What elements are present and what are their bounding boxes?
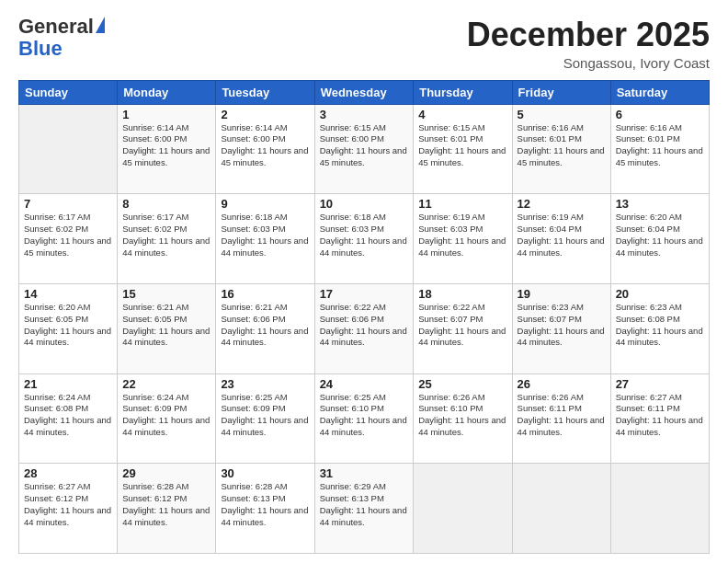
day-number: 16 (221, 287, 309, 301)
day-info: Sunrise: 6:28 AMSunset: 6:12 PMDaylight:… (122, 481, 210, 528)
day-number: 10 (320, 197, 409, 211)
calendar-week-row: 14Sunrise: 6:20 AMSunset: 6:05 PMDayligh… (19, 283, 710, 373)
weekday-header: Saturday (610, 80, 709, 104)
month-title: December 2025 (467, 17, 710, 53)
day-info: Sunrise: 6:22 AMSunset: 6:06 PMDaylight:… (320, 302, 409, 349)
weekday-header: Tuesday (216, 80, 314, 104)
day-number: 15 (122, 287, 210, 301)
calendar-cell: 19Sunrise: 6:23 AMSunset: 6:07 PMDayligh… (512, 283, 610, 373)
day-number: 9 (221, 197, 309, 211)
day-info: Sunrise: 6:17 AMSunset: 6:02 PMDaylight:… (122, 212, 210, 259)
day-number: 14 (24, 287, 112, 301)
day-number: 27 (616, 377, 704, 391)
calendar-cell: 30Sunrise: 6:28 AMSunset: 6:13 PMDayligh… (216, 464, 314, 554)
day-number: 17 (320, 287, 409, 301)
day-number: 28 (24, 466, 112, 480)
weekday-header: Friday (512, 80, 610, 104)
calendar-cell: 7Sunrise: 6:17 AMSunset: 6:02 PMDaylight… (19, 194, 118, 284)
calendar-cell: 3Sunrise: 6:15 AMSunset: 6:00 PMDaylight… (314, 104, 414, 194)
calendar-cell: 25Sunrise: 6:26 AMSunset: 6:10 PMDayligh… (414, 373, 512, 464)
calendar-cell (19, 104, 118, 194)
calendar-cell: 20Sunrise: 6:23 AMSunset: 6:08 PMDayligh… (610, 283, 709, 373)
calendar-cell: 1Sunrise: 6:14 AMSunset: 6:00 PMDaylight… (118, 104, 216, 194)
day-info: Sunrise: 6:27 AMSunset: 6:11 PMDaylight:… (616, 392, 704, 439)
day-info: Sunrise: 6:26 AMSunset: 6:11 PMDaylight:… (518, 392, 606, 439)
day-info: Sunrise: 6:29 AMSunset: 6:13 PMDaylight:… (320, 481, 409, 528)
header: General Blue December 2025 Songassou, Iv… (18, 17, 710, 71)
day-info: Sunrise: 6:24 AMSunset: 6:08 PMDaylight:… (24, 392, 112, 439)
day-number: 20 (616, 287, 704, 301)
day-number: 31 (320, 466, 409, 480)
day-info: Sunrise: 6:28 AMSunset: 6:13 PMDaylight:… (221, 481, 309, 528)
day-info: Sunrise: 6:17 AMSunset: 6:02 PMDaylight:… (24, 212, 112, 259)
logo-general: General (18, 17, 94, 37)
calendar-cell: 14Sunrise: 6:20 AMSunset: 6:05 PMDayligh… (19, 283, 118, 373)
calendar-cell: 29Sunrise: 6:28 AMSunset: 6:12 PMDayligh… (118, 464, 216, 554)
day-info: Sunrise: 6:27 AMSunset: 6:12 PMDaylight:… (24, 481, 112, 528)
calendar-cell: 16Sunrise: 6:21 AMSunset: 6:06 PMDayligh… (216, 283, 314, 373)
day-info: Sunrise: 6:25 AMSunset: 6:10 PMDaylight:… (320, 392, 409, 439)
day-info: Sunrise: 6:23 AMSunset: 6:07 PMDaylight:… (518, 302, 606, 349)
day-info: Sunrise: 6:26 AMSunset: 6:10 PMDaylight:… (418, 392, 506, 439)
calendar-cell: 22Sunrise: 6:24 AMSunset: 6:09 PMDayligh… (118, 373, 216, 464)
day-info: Sunrise: 6:19 AMSunset: 6:04 PMDaylight:… (518, 212, 606, 259)
day-info: Sunrise: 6:16 AMSunset: 6:01 PMDaylight:… (616, 122, 704, 169)
day-number: 29 (122, 466, 210, 480)
weekday-header: Thursday (414, 80, 512, 104)
logo: General Blue (18, 17, 105, 61)
page: General Blue December 2025 Songassou, Iv… (0, 0, 728, 563)
day-number: 11 (418, 197, 506, 211)
day-info: Sunrise: 6:18 AMSunset: 6:03 PMDaylight:… (221, 212, 309, 259)
day-number: 26 (518, 377, 606, 391)
calendar-cell: 24Sunrise: 6:25 AMSunset: 6:10 PMDayligh… (314, 373, 414, 464)
day-info: Sunrise: 6:14 AMSunset: 6:00 PMDaylight:… (221, 122, 309, 169)
day-info: Sunrise: 6:14 AMSunset: 6:00 PMDaylight:… (122, 122, 210, 169)
day-number: 2 (221, 108, 309, 121)
calendar-cell: 8Sunrise: 6:17 AMSunset: 6:02 PMDaylight… (118, 194, 216, 284)
day-info: Sunrise: 6:25 AMSunset: 6:09 PMDaylight:… (221, 392, 309, 439)
calendar-cell: 27Sunrise: 6:27 AMSunset: 6:11 PMDayligh… (610, 373, 709, 464)
day-number: 30 (221, 466, 309, 480)
day-number: 22 (122, 377, 210, 391)
calendar-cell: 12Sunrise: 6:19 AMSunset: 6:04 PMDayligh… (512, 194, 610, 284)
day-number: 25 (418, 377, 506, 391)
weekday-header: Sunday (19, 80, 118, 104)
day-info: Sunrise: 6:18 AMSunset: 6:03 PMDaylight:… (320, 212, 409, 259)
calendar-cell: 17Sunrise: 6:22 AMSunset: 6:06 PMDayligh… (314, 283, 414, 373)
day-number: 12 (518, 197, 606, 211)
day-info: Sunrise: 6:21 AMSunset: 6:05 PMDaylight:… (122, 302, 210, 349)
calendar-cell (610, 464, 709, 554)
calendar-week-row: 1Sunrise: 6:14 AMSunset: 6:00 PMDaylight… (19, 104, 710, 194)
day-info: Sunrise: 6:19 AMSunset: 6:03 PMDaylight:… (418, 212, 506, 259)
day-number: 21 (24, 377, 112, 391)
calendar-cell: 18Sunrise: 6:22 AMSunset: 6:07 PMDayligh… (414, 283, 512, 373)
calendar-week-row: 21Sunrise: 6:24 AMSunset: 6:08 PMDayligh… (19, 373, 710, 464)
calendar-cell: 6Sunrise: 6:16 AMSunset: 6:01 PMDaylight… (610, 104, 709, 194)
day-number: 24 (320, 377, 409, 391)
calendar-cell: 10Sunrise: 6:18 AMSunset: 6:03 PMDayligh… (314, 194, 414, 284)
calendar-cell: 5Sunrise: 6:16 AMSunset: 6:01 PMDaylight… (512, 104, 610, 194)
day-info: Sunrise: 6:20 AMSunset: 6:05 PMDaylight:… (24, 302, 112, 349)
day-info: Sunrise: 6:15 AMSunset: 6:01 PMDaylight:… (418, 122, 506, 169)
calendar-cell (512, 464, 610, 554)
location: Songassou, Ivory Coast (467, 55, 710, 71)
calendar-cell: 26Sunrise: 6:26 AMSunset: 6:11 PMDayligh… (512, 373, 610, 464)
day-info: Sunrise: 6:20 AMSunset: 6:04 PMDaylight:… (616, 212, 704, 259)
day-number: 6 (616, 108, 704, 121)
calendar-cell: 4Sunrise: 6:15 AMSunset: 6:01 PMDaylight… (414, 104, 512, 194)
weekday-header: Monday (118, 80, 216, 104)
calendar-cell (414, 464, 512, 554)
day-number: 5 (518, 108, 606, 121)
calendar-cell: 11Sunrise: 6:19 AMSunset: 6:03 PMDayligh… (414, 194, 512, 284)
calendar: SundayMondayTuesdayWednesdayThursdayFrid… (18, 80, 710, 554)
calendar-header-row: SundayMondayTuesdayWednesdayThursdayFrid… (19, 80, 710, 104)
day-number: 7 (24, 197, 112, 211)
calendar-cell: 15Sunrise: 6:21 AMSunset: 6:05 PMDayligh… (118, 283, 216, 373)
day-number: 23 (221, 377, 309, 391)
day-info: Sunrise: 6:24 AMSunset: 6:09 PMDaylight:… (122, 392, 210, 439)
day-info: Sunrise: 6:16 AMSunset: 6:01 PMDaylight:… (518, 122, 606, 169)
day-info: Sunrise: 6:15 AMSunset: 6:00 PMDaylight:… (320, 122, 409, 169)
day-number: 19 (518, 287, 606, 301)
calendar-week-row: 7Sunrise: 6:17 AMSunset: 6:02 PMDaylight… (19, 194, 710, 284)
day-number: 8 (122, 197, 210, 211)
